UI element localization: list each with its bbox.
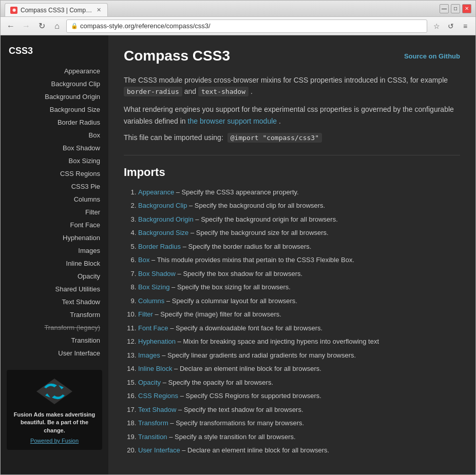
import-link-box-shadow[interactable]: Box Shadow [138, 270, 176, 278]
import-label: This file can be imported using: [124, 133, 223, 142]
sidebar-item-box-sizing[interactable]: Box Sizing [1, 154, 108, 167]
imports-list-item: Columns – Specify a columnar layout for … [138, 296, 460, 306]
bookmark-button[interactable]: ☆ [430, 20, 443, 32]
imports-section-title: Imports [124, 166, 460, 179]
import-link-columns[interactable]: Columns [138, 297, 164, 305]
sidebar-item-font-face[interactable]: Font Face [1, 219, 108, 231]
imports-list-item: Text Shadow – Specify the text shadow fo… [138, 405, 460, 415]
window-controls: — □ ✕ [440, 4, 471, 13]
imports-list-item: Filter – Specify the (image) filter for … [138, 309, 460, 320]
imports-list-item: Background Size – Specify the background… [138, 228, 460, 238]
import-link-inline-block[interactable]: Inline Block [138, 365, 172, 372]
import-link-user-interface[interactable]: User Interface [138, 446, 180, 454]
imports-list-item: Hyphenation – Mixin for breaking space a… [138, 337, 460, 347]
import-code: @import "compass/css3" [227, 133, 322, 143]
sidebar-ad: Fusion Ads makes advertising beautiful. … [7, 370, 102, 450]
imports-list-item: Box – This module provides mixins that p… [138, 255, 460, 265]
sidebar-item-shared-utilities[interactable]: Shared Utilities [1, 283, 108, 295]
desc-engines-text: What rendering engines you support for t… [124, 105, 454, 125]
sidebar-item-background-size[interactable]: Background Size [1, 103, 108, 116]
address-lock-icon: 🔒 [71, 23, 78, 29]
page-title: Compass CSS3 [124, 48, 230, 64]
fusion-logo [34, 376, 75, 407]
back-button[interactable]: ← [5, 20, 17, 32]
menu-button[interactable]: ≡ [459, 20, 471, 32]
imports-list-item: CSS Regions – Specify CSS Regions for su… [138, 391, 460, 401]
sidebar-item-background-clip[interactable]: Background Clip [1, 77, 108, 90]
sidebar-item-box-shadow[interactable]: Box Shadow [1, 142, 108, 154]
refresh-button[interactable]: ↺ [445, 20, 457, 32]
desc-text-1: The CSS3 module provides cross-browser m… [124, 76, 448, 84]
imports-list: Appearance – Specify the CSS3 appearance… [124, 187, 460, 456]
import-link-box-sizing[interactable]: Box Sizing [138, 283, 169, 291]
import-link-transition[interactable]: Transition [138, 433, 167, 441]
browser-support-link[interactable]: the browser support module [188, 117, 277, 125]
import-link-box[interactable]: Box [138, 256, 149, 264]
address-bar[interactable]: 🔒 compass-style.org/reference/compass/cs… [66, 19, 427, 33]
import-link-filter[interactable]: Filter [138, 310, 153, 318]
address-text: compass-style.org/reference/compass/css3… [80, 22, 211, 30]
sidebar-item-box[interactable]: Box [1, 129, 108, 142]
imports-list-item: Box Shadow – Specify the box shadow for … [138, 269, 460, 279]
import-link-opacity[interactable]: Opacity [138, 379, 161, 386]
import-link-hyphenation[interactable]: Hyphenation [138, 338, 176, 345]
import-link-background-clip[interactable]: Background Clip [138, 202, 187, 209]
sidebar-item-border-radius[interactable]: Border Radius [1, 116, 108, 129]
sidebar-item-columns[interactable]: Columns [1, 193, 108, 206]
tab-bar: ◉ Compass CSS3 | Comp… ✕ [5, 1, 437, 16]
desc-text-2: and [184, 87, 198, 95]
sidebar-title: CSS3 [1, 46, 108, 65]
forward-button[interactable]: → [20, 20, 32, 32]
close-button[interactable]: ✕ [462, 4, 471, 13]
sidebar-ad-link[interactable]: Powered by Fusion [13, 438, 96, 444]
import-link-font-face[interactable]: Font Face [138, 324, 168, 332]
maximize-button[interactable]: □ [451, 4, 460, 13]
nav-bar: ← → ↻ ⌂ 🔒 compass-style.org/reference/co… [1, 17, 475, 35]
sidebar-item-background-origin[interactable]: Background Origin [1, 90, 108, 103]
page-content: CSS3 AppearanceBackground ClipBackground… [1, 35, 475, 474]
tab-close-button[interactable]: ✕ [95, 7, 102, 14]
imports-list-item: Transform – Specify transformations for … [138, 418, 460, 428]
sidebar-item-opacity[interactable]: Opacity [1, 270, 108, 283]
description-paragraph-1: The CSS3 module provides cross-browser m… [124, 74, 460, 97]
imports-list-item: Inline Block – Declare an element inline… [138, 364, 460, 374]
import-link-transform[interactable]: Transform [138, 419, 168, 427]
imports-list-item: Font Face – Specify a downloadable font … [138, 323, 460, 333]
import-link-background-size[interactable]: Background Size [138, 229, 188, 236]
sidebar-item-hyphenation[interactable]: Hyphenation [1, 231, 108, 244]
minimize-button[interactable]: — [440, 4, 449, 13]
import-link-border-radius[interactable]: Border Radius [138, 243, 181, 250]
import-link-background-origin[interactable]: Background Origin [138, 215, 194, 223]
code-border-radius: border-radius [124, 87, 182, 96]
sidebar-item-appearance[interactable]: Appearance [1, 65, 108, 77]
import-link-appearance[interactable]: Appearance [138, 188, 174, 196]
code-text-shadow: text-shadow [198, 87, 249, 96]
sidebar-item-inline-block[interactable]: Inline Block [1, 257, 108, 270]
section-divider [124, 155, 460, 155]
import-link-text-shadow[interactable]: Text Shadow [138, 406, 176, 413]
sidebar-item-filter[interactable]: Filter [1, 206, 108, 219]
sidebar-item-transform-(legacy)[interactable]: Transform (legacy) [1, 321, 108, 334]
sidebar-item-css-regions[interactable]: CSS Regions [1, 167, 108, 180]
nav-right-controls: ☆ ↺ ≡ [430, 20, 471, 32]
sidebar-item-transform[interactable]: Transform [1, 308, 108, 321]
imports-list-item: Box Sizing – Specify the box sizing for … [138, 282, 460, 292]
sidebar-ad-text: Fusion Ads makes advertising beautiful. … [13, 411, 96, 434]
active-tab[interactable]: ◉ Compass CSS3 | Comp… ✕ [5, 3, 108, 16]
import-line: This file can be imported using: @import… [124, 133, 460, 143]
sidebar-item-transition[interactable]: Transition [1, 334, 108, 347]
imports-list-item: Images – Specify linear gradients and ra… [138, 350, 460, 361]
import-link-images[interactable]: Images [138, 351, 160, 359]
sidebar-item-images[interactable]: Images [1, 244, 108, 257]
home-button[interactable]: ⌂ [51, 20, 63, 32]
desc-engines-end: . [279, 117, 281, 125]
sidebar-item-css3-pie[interactable]: CSS3 Pie [1, 180, 108, 193]
reload-button[interactable]: ↻ [35, 20, 48, 32]
page-title-bar: Compass CSS3 Source on Github [124, 48, 460, 64]
github-link[interactable]: Source on Github [404, 52, 460, 60]
sidebar-item-text-shadow[interactable]: Text Shadow [1, 295, 108, 308]
sidebar-nav: AppearanceBackground ClipBackground Orig… [1, 65, 108, 360]
sidebar-item-user-interface[interactable]: User Interface [1, 347, 108, 360]
imports-list-item: Opacity – Specify the opacity for all br… [138, 378, 460, 388]
import-link-css-regions[interactable]: CSS Regions [138, 392, 178, 400]
